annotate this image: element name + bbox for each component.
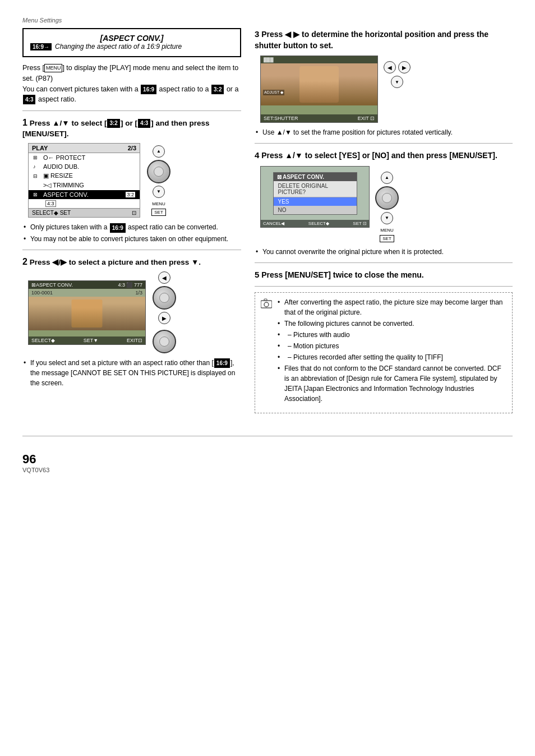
step2-header: 2 Press ◀/▶ to select a picture and then… bbox=[22, 256, 241, 268]
step5-number: 5 bbox=[255, 270, 259, 279]
menu-item-protect: ⊞ O← PROTECT bbox=[29, 153, 140, 162]
aspect-no: NO bbox=[274, 206, 357, 214]
step2-dial-inner bbox=[159, 293, 169, 303]
step4-cancel: CANCEL◀ bbox=[263, 221, 284, 226]
step2-sub-bar: 100-0001 1/3 bbox=[29, 289, 145, 297]
page-number: 96 bbox=[22, 452, 513, 467]
menu-item-audio: ♪ AUDIO DUB. bbox=[29, 162, 140, 171]
step4-set-label: SET bbox=[380, 235, 394, 242]
camera-note-icon bbox=[261, 298, 272, 308]
step2-photo bbox=[29, 297, 145, 330]
menu-item-resize: ⊟ ▣ RESIZE bbox=[29, 171, 140, 181]
dial-circle bbox=[147, 160, 170, 183]
step2-screen: ⊠ASPECT CONV. 4:3 ⬛ 777 100-0001 1/3 SEL… bbox=[28, 280, 146, 345]
step4-header: 4 Press ▲/▼ to select [YES] or [NO] and … bbox=[255, 149, 513, 162]
step2-filename: 100-0001 bbox=[31, 290, 53, 296]
trimming-label: >◁ TRIMMING bbox=[43, 182, 84, 189]
note-sub-3: – Pictures recorded after setting the qu… bbox=[276, 352, 506, 362]
resize-label: ▣ RESIZE bbox=[43, 172, 73, 179]
step1-badge1: 3:2 bbox=[107, 119, 119, 128]
section-header-box: [ASPECT CONV.] 16:9→ Changing the aspect… bbox=[22, 28, 241, 57]
note-icon bbox=[261, 298, 272, 311]
inline-badge2-169: 16:9 bbox=[214, 358, 230, 368]
badge-4-3: 4:3 bbox=[23, 95, 35, 104]
step3-photo: ADJUST ◆ bbox=[261, 63, 377, 105]
step3-screen-wrap: ▓▓▓ ADJUST ◆ SET:SHUTTER EXIT ⊡ bbox=[260, 56, 378, 123]
note-2: The following pictures cannot be convert… bbox=[276, 319, 506, 329]
menu-select: SELECT◆ SET bbox=[32, 210, 71, 216]
divider-2 bbox=[22, 250, 241, 250]
step3-portrait bbox=[299, 66, 339, 103]
step2-top-left: ⊠ASPECT CONV. bbox=[31, 282, 73, 288]
aspect-menu-icon: ⊠ bbox=[33, 192, 41, 197]
step2-page: 1/3 bbox=[135, 290, 142, 296]
step3-bullet-1: Use ▲/▼ to set the frame position for pi… bbox=[255, 127, 513, 137]
step1-badge2: 4:3 bbox=[138, 119, 150, 128]
badge-32: 3:2 bbox=[126, 192, 135, 197]
step3-ui: ▓▓▓ ADJUST ◆ SET:SHUTTER EXIT ⊡ bbox=[260, 56, 513, 123]
intro-text: Press [MENU] to display the [PLAY] mode … bbox=[22, 63, 241, 105]
resize-icon: ⊟ bbox=[33, 173, 41, 179]
protect-icon: ⊞ bbox=[33, 155, 41, 160]
step2-dial-circle-2 bbox=[153, 330, 176, 353]
step3-set-shutter: SET:SHUTTER bbox=[264, 116, 298, 121]
badge-16-9: 16:9 bbox=[141, 85, 156, 94]
aspect-menu: ⊠ ASPECT CONV. DELETE ORIGINAL PICTURE? … bbox=[273, 172, 357, 215]
step3-lr-arrows: ◀ ▶ bbox=[384, 61, 411, 73]
aspect-icon: 16:9→ bbox=[30, 43, 52, 50]
play-menu: PLAY 2/3 ⊞ O← PROTECT ♪ AUDIO DUB. ⊟ ▣ R… bbox=[28, 143, 140, 218]
badge-43: 4:3 bbox=[45, 200, 56, 207]
step4-screen-wrap: ⊠ ASPECT CONV. DELETE ORIGINAL PICTURE? … bbox=[260, 166, 370, 228]
note-sub-1: – Pictures with audio bbox=[276, 330, 506, 340]
step2-number: 2 bbox=[22, 257, 27, 266]
right-column: 3 Press ◀ ▶ to determine the horizontal … bbox=[255, 28, 513, 419]
step5-header: 5 Press [MENU/SET] twice to close the me… bbox=[255, 269, 513, 281]
step1-bullet-1: Only pictures taken with a 16:9 aspect r… bbox=[22, 222, 241, 232]
step3-right-arrow: ▶ bbox=[398, 61, 411, 73]
step3-number: 3 bbox=[255, 29, 259, 39]
step4-up-arrow bbox=[381, 172, 393, 184]
step4-number: 4 bbox=[255, 150, 259, 160]
menu-page: 2/3 bbox=[128, 145, 136, 151]
aspect-question: DELETE ORIGINAL PICTURE? bbox=[274, 181, 357, 197]
step1-dial: MENU SET bbox=[147, 145, 170, 216]
step4-select: SELECT◆ bbox=[308, 221, 329, 226]
step2-dial: ◀ ▶ bbox=[153, 271, 176, 353]
audio-label: AUDIO DUB. bbox=[43, 163, 79, 170]
step3-battery: ▓▓▓ bbox=[264, 57, 274, 62]
step4-set: SET ⊡ bbox=[353, 221, 367, 226]
menu-title: PLAY bbox=[32, 145, 48, 151]
step2-bottom-bar: SELECT◆ SET▼ EXIT⊡ bbox=[29, 336, 145, 344]
step4-down-arrow bbox=[381, 212, 393, 224]
protect-label: O← PROTECT bbox=[43, 154, 85, 161]
step3-screen: ▓▓▓ ADJUST ◆ SET:SHUTTER EXIT ⊡ bbox=[260, 56, 378, 123]
divider-3 bbox=[255, 143, 513, 144]
menu-label-dial: MENU bbox=[152, 201, 165, 206]
dial-inner bbox=[154, 167, 164, 177]
step3-top-bar: ▓▓▓ bbox=[261, 56, 377, 63]
menu-item-aspect: ⊠ ASPECT CONV. 3:2 bbox=[29, 190, 140, 199]
step1-ui: PLAY 2/3 ⊞ O← PROTECT ♪ AUDIO DUB. ⊟ ▣ R… bbox=[28, 143, 241, 218]
aspect-menu-title: ⊠ ASPECT CONV. bbox=[274, 173, 357, 181]
section-label: Menu Settings bbox=[22, 17, 513, 24]
step3-bullets: Use ▲/▼ to set the frame position for pi… bbox=[255, 127, 513, 137]
page: Menu Settings [ASPECT CONV.] 16:9→ Chang… bbox=[0, 0, 535, 756]
step3-down-arrow bbox=[391, 76, 403, 88]
menu-item-43: 4:3 bbox=[29, 199, 140, 208]
step4-bullets: You cannot overwrite the original pictur… bbox=[255, 247, 513, 257]
step2-dial-circle bbox=[153, 286, 176, 310]
up-arrow bbox=[153, 145, 165, 158]
divider-5 bbox=[255, 286, 513, 287]
step1-bullet-2: You may not be able to convert pictures … bbox=[22, 234, 241, 244]
step2-top-right: 4:3 ⬛ 777 bbox=[118, 282, 142, 288]
inline-badge-169: 16:9 bbox=[110, 223, 126, 233]
step2-set: SET▼ bbox=[84, 338, 98, 343]
step2-ui: ⊠ASPECT CONV. 4:3 ⬛ 777 100-0001 1/3 SEL… bbox=[28, 271, 241, 353]
section-subtitle-text: Changing the aspect ratio of a 16:9 pict… bbox=[55, 43, 182, 50]
note-sub-2: – Motion pictures bbox=[276, 341, 506, 351]
step4-menu-label: MENU bbox=[380, 228, 394, 233]
step1-header: 1 Press ▲/▼ to select [3:2] or [4:3] and… bbox=[22, 117, 241, 140]
step4-screen: ⊠ ASPECT CONV. DELETE ORIGINAL PICTURE? … bbox=[260, 166, 370, 228]
step4-dial: MENU SET bbox=[375, 172, 399, 242]
menu-bottom-bar: SELECT◆ SET ⊡ bbox=[29, 208, 140, 217]
